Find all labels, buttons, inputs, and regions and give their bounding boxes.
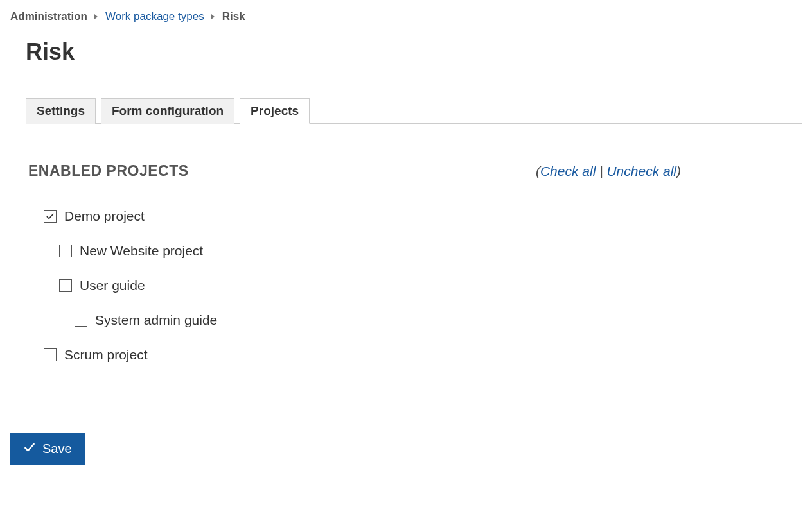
project-row: Scrum project xyxy=(44,347,681,363)
project-checkbox[interactable] xyxy=(75,314,87,327)
tab-bar: Settings Form configuration Projects xyxy=(26,98,802,124)
breadcrumb: Administration Work package types Risk xyxy=(10,10,802,23)
project-row: System admin guide xyxy=(75,313,681,328)
project-list: Demo projectNew Website projectUser guid… xyxy=(28,209,681,363)
save-button[interactable]: Save xyxy=(10,433,85,465)
breadcrumb-wp-types[interactable]: Work package types xyxy=(105,10,204,23)
tab-settings[interactable]: Settings xyxy=(26,98,96,124)
chevron-right-icon xyxy=(94,13,99,20)
page-title: Risk xyxy=(26,39,802,65)
project-checkbox[interactable] xyxy=(44,348,57,361)
breadcrumb-administration[interactable]: Administration xyxy=(10,10,87,23)
project-row: User guide xyxy=(59,278,681,293)
section-title: Enabled Projects xyxy=(28,162,189,180)
uncheck-all-link[interactable]: Uncheck all xyxy=(606,164,676,178)
save-button-label: Save xyxy=(42,442,72,456)
tab-projects[interactable]: Projects xyxy=(240,98,310,124)
section-actions: (Check all | Uncheck all) xyxy=(536,164,681,179)
project-label[interactable]: Demo project xyxy=(64,209,145,224)
project-label[interactable]: Scrum project xyxy=(64,347,148,363)
project-label[interactable]: New Website project xyxy=(80,243,203,259)
check-icon xyxy=(23,441,36,457)
chevron-right-icon xyxy=(211,13,216,20)
project-label[interactable]: System admin guide xyxy=(95,313,217,328)
project-row: Demo project xyxy=(44,209,681,224)
project-label[interactable]: User guide xyxy=(80,278,145,293)
project-checkbox[interactable] xyxy=(44,210,57,223)
breadcrumb-current: Risk xyxy=(222,10,245,23)
check-all-link[interactable]: Check all xyxy=(540,164,596,178)
project-row: New Website project xyxy=(59,243,681,259)
project-checkbox[interactable] xyxy=(59,245,72,257)
project-checkbox[interactable] xyxy=(59,279,72,292)
tab-form-configuration[interactable]: Form configuration xyxy=(101,98,234,124)
section-header: Enabled Projects (Check all | Uncheck al… xyxy=(28,162,681,185)
enabled-projects-section: Enabled Projects (Check all | Uncheck al… xyxy=(28,162,681,363)
